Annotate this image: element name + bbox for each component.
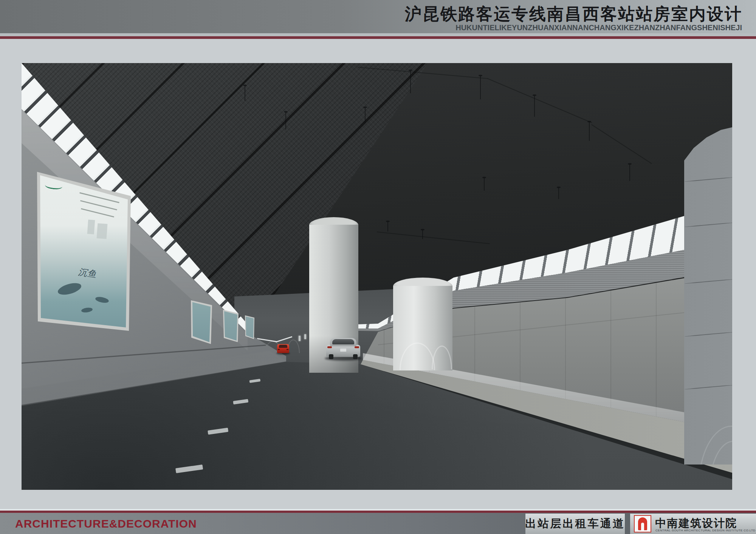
poster-text-line [81,208,114,218]
header-light-divider [0,33,756,36]
car-license-plate [340,349,346,352]
footer-series-label: ARCHITECTURE&DECORATION [15,517,197,530]
header-bar: 沪昆铁路客运专线南昌西客站站房室内设计 HUKUNTIELIKEYUNZHUAN… [0,0,756,33]
ceiling-rod [410,71,411,93]
silver-sedan-car [326,338,360,360]
ceiling-rod [365,108,366,123]
footer-bar: ARCHITECTURE&DECORATION 出站层出租车通道 中南建筑设计院… [0,513,756,534]
rendering-image: 沉鱼 [22,63,732,490]
ceiling-rod [629,164,630,181]
header-red-divider [0,36,756,39]
column-seam [684,332,732,337]
car-wheel [353,354,358,359]
lane-dash [233,399,248,404]
lane-dash [175,465,203,473]
far-lightbox-poster [304,334,306,339]
project-title-romanized: HUKUNTIELIKEYUNZHUANXIANNANCHANGXIKEZHAN… [455,23,742,32]
car-taillight [278,349,280,350]
ceiling-rod [480,76,481,99]
ceiling-rod [422,230,423,239]
red-car [277,343,289,355]
column-seam [684,385,732,390]
lane-dash [208,428,228,435]
lane-dash [249,379,261,383]
ceiling-rod [245,86,245,101]
car-window [279,345,287,348]
column-seam [684,177,732,182]
project-title-chinese: 沪昆铁路客运专线南昌西客站站房室内设计 [405,5,742,23]
ceiling-rod [285,112,286,130]
ceiling-rod [534,96,535,117]
far-lightbox-poster [299,336,301,341]
ceiling-rod [387,222,388,232]
institute-logo [634,515,651,532]
car-taillight [327,346,332,348]
drawing-caption-panel: 出站层出租车通道 [525,514,625,534]
ceiling-rod [589,122,590,141]
column-seam [684,279,732,284]
car-rear-window [332,339,354,344]
poster-fish [57,281,83,297]
institute-logo-glyph [638,517,647,530]
car-taillight [355,346,359,348]
car-wheel [329,354,333,359]
car-taillight [287,349,288,350]
poster-calligraphy: 沉鱼 [77,266,97,280]
poster-building [87,219,95,234]
ceiling-rod [558,188,559,199]
poster-fish [81,307,93,313]
poster-building [97,223,108,239]
drawing-caption: 出站层出租车通道 [525,516,625,531]
poster-fish [95,296,109,304]
presentation-board: { "header": { "title_cn": "沪昆铁路客运专线南昌西客站… [0,0,756,534]
institute-panel: 中南建筑设计院 CENTRAL-SOUTH ARCHITECTURAL DESI… [630,514,756,534]
institute-name-english: CENTRAL-SOUTH ARCHITECTURAL DESIGN INSTI… [655,529,755,532]
ceiling-rod [484,178,485,191]
column-seam [684,222,732,227]
poster-logo-swoosh [45,182,63,190]
poster-text-line [80,200,117,210]
